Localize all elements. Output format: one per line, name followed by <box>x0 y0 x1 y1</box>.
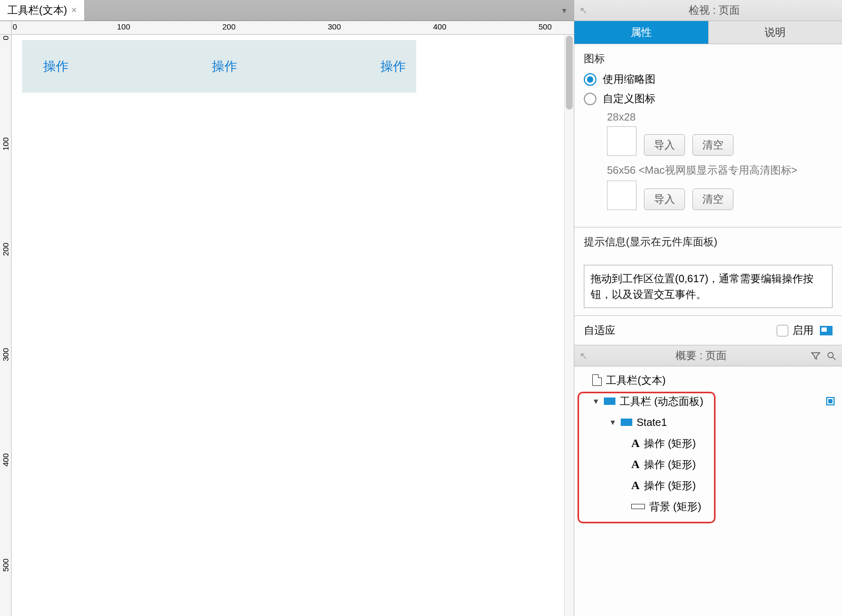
outline-item-3[interactable]: A 操作 (矩形) <box>579 475 838 496</box>
outline-panel: ↖ 概要 : 页面 工具栏(文本) ▼ 工具栏 (动态面板) ▼ <box>574 345 842 616</box>
page-icon <box>592 374 602 386</box>
outline-tree[interactable]: 工具栏(文本) ▼ 工具栏 (动态面板) ▼ State1 A 操作 (矩形) … <box>574 366 842 616</box>
tab-properties[interactable]: 属性 <box>574 21 709 44</box>
text-icon: A <box>631 458 640 471</box>
scroll-thumb[interactable] <box>566 36 573 110</box>
disclosure-triangle-icon[interactable]: ▼ <box>592 397 600 405</box>
selection-marker-icon <box>826 397 835 405</box>
ruler-corner <box>0 21 12 34</box>
icon-section: 图标 使用缩略图 自定义图标 28x28 导入 清空 56x56 <Mac视网膜… <box>574 44 842 227</box>
vertical-scrollbar[interactable] <box>564 35 574 616</box>
adaptive-label: 自适应 <box>584 323 615 337</box>
outline-state[interactable]: ▼ State1 <box>579 412 838 433</box>
enable-checkbox[interactable] <box>777 325 788 336</box>
outline-item-1[interactable]: A 操作 (矩形) <box>579 433 838 454</box>
outline-dp-label: 工具栏 (动态面板) <box>620 394 703 409</box>
icon-section-title: 图标 <box>584 52 833 66</box>
outline-item-1-label: 操作 (矩形) <box>644 436 696 451</box>
tab-label: 工具栏(文本) <box>7 3 67 17</box>
outline-root[interactable]: 工具栏(文本) <box>579 370 838 391</box>
ruler-v-300: 300 <box>1 348 10 361</box>
canvas-pane: 工具栏(文本) × ▼ 0 100 200 300 400 500 0 100 … <box>0 0 574 616</box>
op-button-2[interactable]: 操作 <box>212 58 237 75</box>
svg-line-1 <box>833 357 836 360</box>
ruler-v-0: 0 <box>1 36 10 40</box>
inspector-tabs: 属性 说明 <box>574 21 842 44</box>
outline-dp[interactable]: ▼ 工具栏 (动态面板) <box>579 391 838 412</box>
adaptive-preset-icon[interactable] <box>820 326 833 335</box>
outline-item-4[interactable]: 背景 (矩形) <box>579 496 838 517</box>
radio-custom-label: 自定义图标 <box>603 92 655 106</box>
outline-item-3-label: 操作 (矩形) <box>644 479 696 493</box>
outline-header: ↖ 概要 : 页面 <box>574 345 842 366</box>
ruler-v-400: 400 <box>1 453 10 466</box>
svg-point-0 <box>828 352 833 357</box>
hint-section: 提示信息(显示在元件库面板) 拖动到工作区位置(0,617)，通常需要编辑操作按… <box>574 227 842 316</box>
text-icon: A <box>631 479 640 492</box>
outline-root-label: 工具栏(文本) <box>606 373 665 388</box>
ruler-h-0: 0 <box>13 22 17 31</box>
radio-custom[interactable] <box>584 93 596 105</box>
inspector-title: 检视 : 页面 <box>592 3 837 17</box>
ruler-v-200: 200 <box>1 243 10 256</box>
ruler-h-100: 100 <box>117 22 130 31</box>
document-tabbar: 工具栏(文本) × ▼ <box>0 0 574 21</box>
import-28-button[interactable]: 导入 <box>644 134 685 156</box>
size-28-label: 28x28 <box>607 111 833 123</box>
enable-label: 启用 <box>792 323 814 337</box>
size-56-label: 56x56 <Mac视网膜显示器专用高清图标> <box>607 163 833 177</box>
outline-item-2[interactable]: A 操作 (矩形) <box>579 454 838 475</box>
filter-icon[interactable] <box>810 351 821 361</box>
canvas-row: 0 100 200 300 400 500 操作 操作 操作 <box>0 35 574 616</box>
radio-thumbnail-label: 使用缩略图 <box>603 72 655 86</box>
icon-28-block: 28x28 导入 清空 <box>584 111 833 156</box>
document-tab[interactable]: 工具栏(文本) × <box>0 0 85 21</box>
ruler-vertical[interactable]: 0 100 200 300 400 500 <box>0 35 12 616</box>
ruler-horizontal[interactable]: 0 100 200 300 400 500 <box>12 21 574 34</box>
text-icon: A <box>631 436 640 450</box>
close-icon[interactable]: × <box>71 5 77 16</box>
hint-section-title: 提示信息(显示在元件库面板) <box>584 235 833 249</box>
outline-item-2-label: 操作 (矩形) <box>644 458 696 472</box>
adaptive-section: 自适应 启用 <box>574 316 842 345</box>
toolbar-widget[interactable]: 操作 操作 操作 <box>22 40 416 93</box>
ruler-v-100: 100 <box>1 137 10 151</box>
radio-thumbnail[interactable] <box>584 73 596 86</box>
dynamic-panel-icon <box>604 398 615 405</box>
disclosure-triangle-icon[interactable]: ▼ <box>609 418 616 426</box>
ruler-h-400: 400 <box>433 22 446 31</box>
search-icon[interactable] <box>826 351 837 361</box>
import-56-button[interactable]: 导入 <box>644 188 685 210</box>
collapse-icon[interactable]: ↖ <box>580 350 588 362</box>
ruler-v-500: 500 <box>1 559 10 572</box>
outline-item-4-label: 背景 (矩形) <box>649 500 701 514</box>
clear-56-button[interactable]: 清空 <box>692 188 733 210</box>
ruler-horizontal-row: 0 100 200 300 400 500 <box>0 21 574 35</box>
icon-56-block: 56x56 <Mac视网膜显示器专用高清图标> 导入 清空 <box>584 163 833 210</box>
outline-state-label: State1 <box>637 416 667 429</box>
clear-28-button[interactable]: 清空 <box>692 134 733 156</box>
radio-custom-row[interactable]: 自定义图标 <box>584 92 833 106</box>
ruler-h-200: 200 <box>222 22 236 31</box>
tab-overflow-dropdown[interactable]: ▼ <box>555 0 574 21</box>
tabbar-spacer <box>85 0 555 21</box>
ruler-h-500: 500 <box>539 22 552 31</box>
op-button-1[interactable]: 操作 <box>43 58 68 75</box>
side-panels: ↖ 检视 : 页面 属性 说明 图标 使用缩略图 自定义图标 28x28 导入 … <box>574 0 842 616</box>
icon-28-swatch[interactable] <box>607 126 637 156</box>
icon-56-swatch[interactable] <box>607 181 637 210</box>
ruler-h-300: 300 <box>328 22 341 31</box>
hint-textarea[interactable]: 拖动到工作区位置(0,617)，通常需要编辑操作按钮，以及设置交互事件。 <box>584 265 833 308</box>
collapse-icon[interactable]: ↖ <box>580 5 588 16</box>
op-button-3[interactable]: 操作 <box>380 58 406 75</box>
tab-description[interactable]: 说明 <box>709 21 843 44</box>
outline-title: 概要 : 页面 <box>592 349 810 363</box>
radio-thumbnail-row[interactable]: 使用缩略图 <box>584 72 833 86</box>
state-icon <box>621 419 632 426</box>
rectangle-icon <box>631 504 645 509</box>
inspector-header: ↖ 检视 : 页面 <box>574 0 842 21</box>
design-canvas[interactable]: 操作 操作 操作 <box>12 35 574 616</box>
